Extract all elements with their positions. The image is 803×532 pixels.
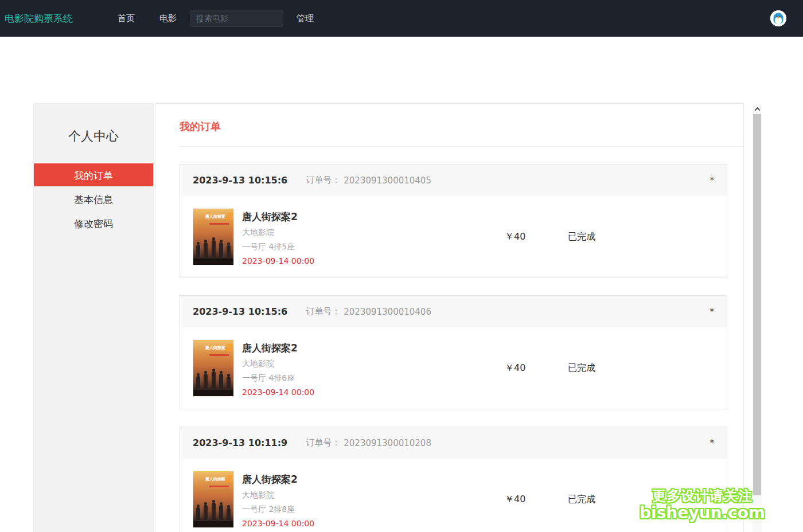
hall-and-seat: 一号厅 4排5座 [242, 242, 314, 252]
cinema-name: 大地影院 [242, 359, 314, 369]
poster-credits-band [193, 390, 233, 396]
order-info: 唐人街探案2 大地影院 一号厅 4排5座 2023-09-14 00:00 [242, 208, 314, 265]
user-avatar[interactable] [770, 10, 786, 26]
order-number: 2023091300010406 [344, 307, 431, 317]
order-no-label: 订单号： [306, 306, 340, 317]
order-body: 唐人街探案2 唐人街探案2 大地影院 一号厅 2排8座 2023-09-14 0… [180, 459, 727, 532]
search-input[interactable] [190, 10, 283, 27]
poster-title-art: 唐人街探案2 [193, 475, 232, 484]
cinema-name: 大地影院 [242, 490, 314, 500]
poster-characters [196, 240, 231, 257]
poster-title-art: 唐人街探案2 [193, 343, 232, 353]
order-time: 2023-9-13 10:11:9 [193, 437, 287, 448]
avatar-cartoon-icon [770, 10, 786, 26]
vertical-scrollbar[interactable] [753, 104, 762, 532]
scrollbar-thumb[interactable] [753, 114, 761, 495]
order-header: 2023-9-13 10:11:9 订单号： 2023091300010208 … [180, 427, 727, 459]
nav-item-movies[interactable]: 电影 [159, 13, 177, 24]
hall-and-seat: 一号厅 4排6座 [242, 373, 314, 384]
order-corner-mark[interactable]: * [710, 438, 715, 448]
show-time: 2023-09-14 00:00 [242, 519, 314, 528]
sidebar-item-my-orders[interactable]: 我的订单 [34, 162, 153, 186]
show-time: 2023-09-14 00:00 [242, 388, 314, 397]
poster-subtitle-bar [209, 223, 229, 225]
nav-item-manage[interactable]: 管理 [297, 13, 314, 24]
order-body: 唐人街探案2 唐人街探案2 大地影院 一号厅 4排5座 2023-09-14 0… [180, 196, 727, 277]
movie-title[interactable]: 唐人街探案2 [242, 473, 314, 486]
heading-divider [180, 146, 743, 147]
movie-poster[interactable]: 唐人街探案2 [193, 208, 234, 265]
order-status: 已完成 [568, 362, 595, 374]
nav-item-home[interactable]: 首页 [118, 13, 135, 24]
movie-title[interactable]: 唐人街探案2 [242, 342, 314, 355]
page-title: 我的订单 [180, 120, 743, 134]
movie-poster[interactable]: 唐人街探案2 [193, 471, 234, 528]
app-brand[interactable]: 电影院购票系统 [5, 12, 73, 25]
order-card: 2023-9-13 10:15:6 订单号： 2023091300010405 … [180, 164, 727, 278]
top-navbar: 电影院购票系统 首页 电影 管理 [0, 0, 803, 37]
orders-content-panel: 我的订单 2023-9-13 10:15:6 订单号： 202309130001… [155, 103, 744, 532]
movie-poster[interactable]: 唐人街探案2 [193, 339, 234, 397]
order-header: 2023-9-13 10:15:6 订单号： 2023091300010405 … [180, 165, 727, 196]
sidebar-item-change-password[interactable]: 修改密码 [34, 210, 153, 234]
order-number: 2023091300010208 [344, 438, 431, 448]
order-status: 已完成 [568, 231, 595, 243]
order-info: 唐人街探案2 大地影院 一号厅 2排8座 2023-09-14 00:00 [242, 471, 314, 528]
order-status: 已完成 [568, 494, 595, 506]
poster-credits-band [193, 259, 233, 265]
order-body: 唐人街探案2 唐人街探案2 大地影院 一号厅 4排6座 2023-09-14 0… [180, 327, 727, 409]
order-corner-mark[interactable]: * [710, 307, 715, 317]
sidebar-title: 个人中心 [34, 128, 153, 145]
order-time: 2023-9-13 10:15:6 [193, 175, 287, 186]
hall-and-seat: 一号厅 2排8座 [242, 504, 314, 515]
order-price: ￥40 [505, 494, 525, 506]
movie-title[interactable]: 唐人街探案2 [242, 210, 314, 224]
order-corner-mark[interactable]: * [710, 175, 715, 186]
order-price: ￥40 [505, 231, 525, 243]
poster-credits-band [193, 521, 233, 527]
cinema-name: 大地影院 [242, 228, 314, 238]
personal-center-sidebar: 个人中心 我的订单 基本信息 修改密码 [33, 103, 154, 532]
order-list: 2023-9-13 10:15:6 订单号： 2023091300010405 … [155, 164, 743, 532]
order-header: 2023-9-13 10:15:6 订单号： 2023091300010406 … [180, 296, 727, 327]
page: 电影院购票系统 首页 电影 管理 个人中心 我的订单 基本信息 修改密码 我的订… [0, 0, 803, 532]
poster-title-art: 唐人街探案2 [193, 212, 232, 221]
order-price: ￥40 [505, 362, 525, 374]
order-info: 唐人街探案2 大地影院 一号厅 4排6座 2023-09-14 00:00 [242, 339, 314, 397]
poster-subtitle-bar [209, 486, 229, 487]
order-card: 2023-9-13 10:11:9 订单号： 2023091300010208 … [180, 427, 727, 532]
order-no-label: 订单号： [306, 437, 340, 448]
order-card: 2023-9-13 10:15:6 订单号： 2023091300010406 … [180, 295, 727, 409]
poster-characters [196, 503, 231, 520]
order-time: 2023-9-13 10:15:6 [193, 306, 287, 317]
show-time: 2023-09-14 00:00 [242, 256, 314, 265]
sidebar-menu: 我的订单 基本信息 修改密码 [34, 162, 153, 234]
chevron-up-icon [754, 107, 760, 112]
order-no-label: 订单号： [306, 175, 340, 186]
scrollbar-up-button[interactable] [753, 104, 762, 114]
sidebar-item-basic-info[interactable]: 基本信息 [34, 186, 153, 210]
poster-characters [196, 371, 231, 389]
order-number: 2023091300010405 [344, 175, 431, 186]
poster-subtitle-bar [209, 354, 229, 356]
